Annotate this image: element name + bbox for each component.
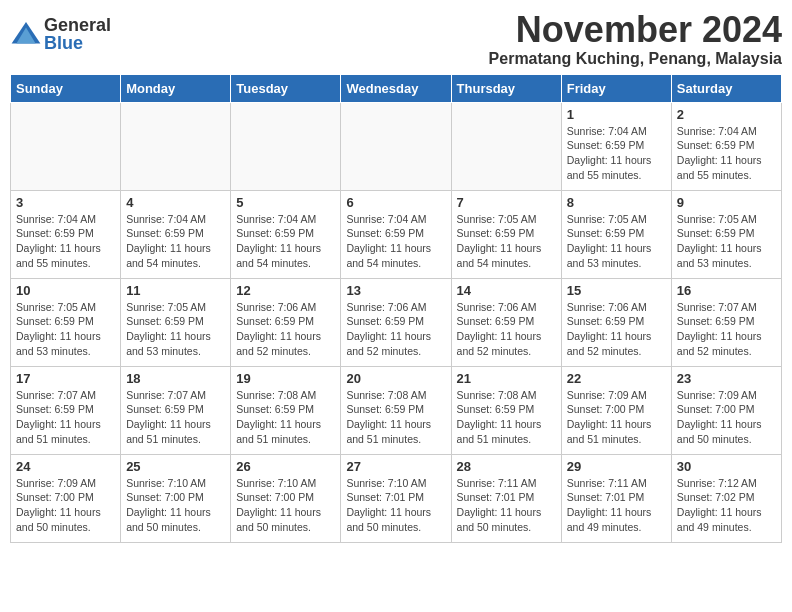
day-number: 29 bbox=[567, 459, 666, 474]
day-info: Sunrise: 7:10 AMSunset: 7:01 PMDaylight:… bbox=[346, 476, 445, 535]
day-info: Sunrise: 7:07 AMSunset: 6:59 PMDaylight:… bbox=[16, 388, 115, 447]
day-info: Sunrise: 7:06 AMSunset: 6:59 PMDaylight:… bbox=[346, 300, 445, 359]
day-info: Sunrise: 7:04 AMSunset: 6:59 PMDaylight:… bbox=[126, 212, 225, 271]
calendar-cell: 30Sunrise: 7:12 AMSunset: 7:02 PMDayligh… bbox=[671, 454, 781, 542]
calendar-cell: 9Sunrise: 7:05 AMSunset: 6:59 PMDaylight… bbox=[671, 190, 781, 278]
calendar-cell: 4Sunrise: 7:04 AMSunset: 6:59 PMDaylight… bbox=[121, 190, 231, 278]
day-number: 23 bbox=[677, 371, 776, 386]
calendar-cell: 7Sunrise: 7:05 AMSunset: 6:59 PMDaylight… bbox=[451, 190, 561, 278]
calendar-cell: 10Sunrise: 7:05 AMSunset: 6:59 PMDayligh… bbox=[11, 278, 121, 366]
day-number: 1 bbox=[567, 107, 666, 122]
day-number: 6 bbox=[346, 195, 445, 210]
week-row-4: 17Sunrise: 7:07 AMSunset: 6:59 PMDayligh… bbox=[11, 366, 782, 454]
day-number: 12 bbox=[236, 283, 335, 298]
day-number: 15 bbox=[567, 283, 666, 298]
weekday-header-row: SundayMondayTuesdayWednesdayThursdayFrid… bbox=[11, 74, 782, 102]
day-info: Sunrise: 7:10 AMSunset: 7:00 PMDaylight:… bbox=[126, 476, 225, 535]
calendar-cell: 15Sunrise: 7:06 AMSunset: 6:59 PMDayligh… bbox=[561, 278, 671, 366]
calendar-cell: 26Sunrise: 7:10 AMSunset: 7:00 PMDayligh… bbox=[231, 454, 341, 542]
day-info: Sunrise: 7:06 AMSunset: 6:59 PMDaylight:… bbox=[567, 300, 666, 359]
day-info: Sunrise: 7:06 AMSunset: 6:59 PMDaylight:… bbox=[457, 300, 556, 359]
calendar-cell bbox=[451, 102, 561, 190]
day-number: 21 bbox=[457, 371, 556, 386]
day-number: 28 bbox=[457, 459, 556, 474]
day-info: Sunrise: 7:12 AMSunset: 7:02 PMDaylight:… bbox=[677, 476, 776, 535]
page-header: General Blue November 2024 Permatang Kuc… bbox=[10, 10, 782, 68]
calendar-cell: 20Sunrise: 7:08 AMSunset: 6:59 PMDayligh… bbox=[341, 366, 451, 454]
calendar-cell: 11Sunrise: 7:05 AMSunset: 6:59 PMDayligh… bbox=[121, 278, 231, 366]
day-info: Sunrise: 7:11 AMSunset: 7:01 PMDaylight:… bbox=[457, 476, 556, 535]
day-number: 16 bbox=[677, 283, 776, 298]
calendar-cell bbox=[121, 102, 231, 190]
day-number: 27 bbox=[346, 459, 445, 474]
day-info: Sunrise: 7:05 AMSunset: 6:59 PMDaylight:… bbox=[457, 212, 556, 271]
day-number: 13 bbox=[346, 283, 445, 298]
day-number: 5 bbox=[236, 195, 335, 210]
calendar-cell: 19Sunrise: 7:08 AMSunset: 6:59 PMDayligh… bbox=[231, 366, 341, 454]
day-info: Sunrise: 7:04 AMSunset: 6:59 PMDaylight:… bbox=[16, 212, 115, 271]
calendar-cell: 14Sunrise: 7:06 AMSunset: 6:59 PMDayligh… bbox=[451, 278, 561, 366]
day-number: 17 bbox=[16, 371, 115, 386]
day-info: Sunrise: 7:08 AMSunset: 6:59 PMDaylight:… bbox=[457, 388, 556, 447]
calendar-cell: 22Sunrise: 7:09 AMSunset: 7:00 PMDayligh… bbox=[561, 366, 671, 454]
day-number: 8 bbox=[567, 195, 666, 210]
calendar-cell: 16Sunrise: 7:07 AMSunset: 6:59 PMDayligh… bbox=[671, 278, 781, 366]
weekday-header-wednesday: Wednesday bbox=[341, 74, 451, 102]
week-row-3: 10Sunrise: 7:05 AMSunset: 6:59 PMDayligh… bbox=[11, 278, 782, 366]
day-number: 20 bbox=[346, 371, 445, 386]
day-number: 11 bbox=[126, 283, 225, 298]
calendar-cell: 6Sunrise: 7:04 AMSunset: 6:59 PMDaylight… bbox=[341, 190, 451, 278]
day-info: Sunrise: 7:11 AMSunset: 7:01 PMDaylight:… bbox=[567, 476, 666, 535]
calendar-cell: 3Sunrise: 7:04 AMSunset: 6:59 PMDaylight… bbox=[11, 190, 121, 278]
calendar-cell: 8Sunrise: 7:05 AMSunset: 6:59 PMDaylight… bbox=[561, 190, 671, 278]
logo-general-text: General bbox=[44, 16, 111, 34]
month-title: November 2024 bbox=[489, 10, 782, 50]
day-number: 7 bbox=[457, 195, 556, 210]
day-number: 18 bbox=[126, 371, 225, 386]
day-number: 26 bbox=[236, 459, 335, 474]
calendar-cell: 29Sunrise: 7:11 AMSunset: 7:01 PMDayligh… bbox=[561, 454, 671, 542]
weekday-header-monday: Monday bbox=[121, 74, 231, 102]
day-info: Sunrise: 7:05 AMSunset: 6:59 PMDaylight:… bbox=[677, 212, 776, 271]
day-info: Sunrise: 7:09 AMSunset: 7:00 PMDaylight:… bbox=[567, 388, 666, 447]
weekday-header-friday: Friday bbox=[561, 74, 671, 102]
calendar-cell: 13Sunrise: 7:06 AMSunset: 6:59 PMDayligh… bbox=[341, 278, 451, 366]
calendar-cell: 18Sunrise: 7:07 AMSunset: 6:59 PMDayligh… bbox=[121, 366, 231, 454]
logo-icon bbox=[10, 18, 42, 50]
day-number: 10 bbox=[16, 283, 115, 298]
day-info: Sunrise: 7:05 AMSunset: 6:59 PMDaylight:… bbox=[16, 300, 115, 359]
week-row-2: 3Sunrise: 7:04 AMSunset: 6:59 PMDaylight… bbox=[11, 190, 782, 278]
calendar-cell: 2Sunrise: 7:04 AMSunset: 6:59 PMDaylight… bbox=[671, 102, 781, 190]
logo-blue-text: Blue bbox=[44, 34, 111, 52]
day-info: Sunrise: 7:08 AMSunset: 6:59 PMDaylight:… bbox=[236, 388, 335, 447]
calendar-cell: 17Sunrise: 7:07 AMSunset: 6:59 PMDayligh… bbox=[11, 366, 121, 454]
location-text: Permatang Kuching, Penang, Malaysia bbox=[489, 50, 782, 68]
day-info: Sunrise: 7:10 AMSunset: 7:00 PMDaylight:… bbox=[236, 476, 335, 535]
day-info: Sunrise: 7:07 AMSunset: 6:59 PMDaylight:… bbox=[126, 388, 225, 447]
calendar-cell bbox=[11, 102, 121, 190]
calendar-cell: 1Sunrise: 7:04 AMSunset: 6:59 PMDaylight… bbox=[561, 102, 671, 190]
calendar-cell: 28Sunrise: 7:11 AMSunset: 7:01 PMDayligh… bbox=[451, 454, 561, 542]
calendar-cell bbox=[231, 102, 341, 190]
calendar-cell: 25Sunrise: 7:10 AMSunset: 7:00 PMDayligh… bbox=[121, 454, 231, 542]
calendar-table: SundayMondayTuesdayWednesdayThursdayFrid… bbox=[10, 74, 782, 543]
logo: General Blue bbox=[10, 16, 111, 52]
day-number: 30 bbox=[677, 459, 776, 474]
day-info: Sunrise: 7:04 AMSunset: 6:59 PMDaylight:… bbox=[567, 124, 666, 183]
day-info: Sunrise: 7:09 AMSunset: 7:00 PMDaylight:… bbox=[16, 476, 115, 535]
day-info: Sunrise: 7:09 AMSunset: 7:00 PMDaylight:… bbox=[677, 388, 776, 447]
title-block: November 2024 Permatang Kuching, Penang,… bbox=[489, 10, 782, 68]
calendar-cell: 21Sunrise: 7:08 AMSunset: 6:59 PMDayligh… bbox=[451, 366, 561, 454]
day-number: 3 bbox=[16, 195, 115, 210]
day-info: Sunrise: 7:04 AMSunset: 6:59 PMDaylight:… bbox=[677, 124, 776, 183]
day-number: 2 bbox=[677, 107, 776, 122]
day-info: Sunrise: 7:04 AMSunset: 6:59 PMDaylight:… bbox=[236, 212, 335, 271]
day-info: Sunrise: 7:05 AMSunset: 6:59 PMDaylight:… bbox=[567, 212, 666, 271]
calendar-cell: 27Sunrise: 7:10 AMSunset: 7:01 PMDayligh… bbox=[341, 454, 451, 542]
day-number: 14 bbox=[457, 283, 556, 298]
week-row-1: 1Sunrise: 7:04 AMSunset: 6:59 PMDaylight… bbox=[11, 102, 782, 190]
calendar-cell bbox=[341, 102, 451, 190]
weekday-header-sunday: Sunday bbox=[11, 74, 121, 102]
day-number: 4 bbox=[126, 195, 225, 210]
day-info: Sunrise: 7:07 AMSunset: 6:59 PMDaylight:… bbox=[677, 300, 776, 359]
